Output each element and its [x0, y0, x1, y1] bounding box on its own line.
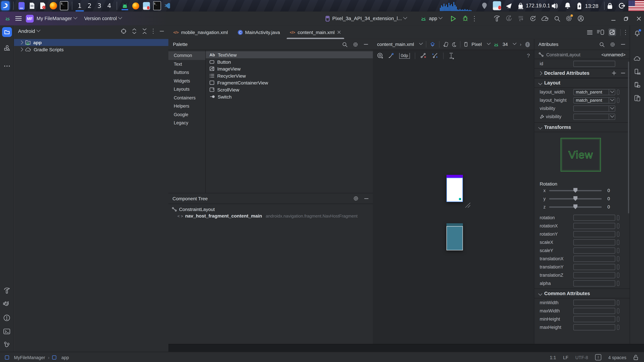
editor-mode-split-button[interactable]	[597, 29, 604, 35]
run-config-selector[interactable]: app	[421, 15, 442, 21]
palette-category-containers[interactable]: Containers	[168, 93, 205, 102]
issues-badge[interactable]: !	[525, 42, 530, 47]
attr-input-translationy[interactable]	[574, 264, 615, 270]
hide-panel-icon[interactable]	[159, 28, 164, 33]
project-view-selector[interactable]: Android	[18, 28, 35, 34]
breadcrumb-project[interactable]: MyFileManager	[14, 355, 45, 360]
logout-icon[interactable]	[618, 2, 625, 9]
align-pack-icon[interactable]	[448, 52, 454, 59]
gradle-toolwindow-button[interactable]	[630, 52, 644, 65]
search-everywhere-icon[interactable]	[554, 15, 560, 22]
attr-toggle[interactable]	[617, 240, 619, 245]
attr-toggle[interactable]	[617, 223, 619, 228]
problems-toolwindow-button[interactable]	[3, 314, 10, 322]
attr-input-id[interactable]	[574, 60, 615, 67]
launcher-editor[interactable]	[38, 1, 47, 10]
attributes-search-icon[interactable]	[599, 42, 604, 47]
attr-input-scaley[interactable]	[574, 247, 615, 254]
attr-toggle[interactable]	[617, 248, 619, 253]
rotation-y-slider[interactable]	[549, 198, 602, 199]
palette-category-common[interactable]: Common	[168, 51, 205, 60]
palette-category-widgets[interactable]: Widgets	[168, 77, 205, 85]
design-help-button[interactable]: ?	[527, 52, 530, 59]
attributes-settings-icon[interactable]	[610, 42, 615, 47]
notifications-icon[interactable]	[565, 2, 570, 9]
palette-category-google[interactable]: Google	[168, 110, 205, 119]
palette-item-scrollview[interactable]: ScrollView	[206, 86, 373, 93]
attributes-hide-icon[interactable]	[620, 42, 626, 47]
project-menu[interactable]: My FileManager	[36, 15, 77, 21]
palette-category-buttons[interactable]: Buttons	[168, 68, 205, 77]
attr-toggle[interactable]	[617, 256, 619, 261]
notifications-toolwindow-button[interactable]	[630, 27, 644, 39]
location-icon[interactable]	[482, 2, 487, 9]
chevron-down-icon[interactable]	[538, 81, 542, 85]
component-tree-hide-icon[interactable]	[364, 196, 369, 201]
rotation-z-slider[interactable]	[549, 206, 602, 207]
attr-toggle[interactable]	[617, 215, 619, 220]
vcs-menu[interactable]: Version control	[84, 15, 122, 21]
window-restore-button[interactable]	[624, 16, 629, 21]
more-run-actions-icon[interactable]	[474, 15, 476, 22]
attr-toggle[interactable]	[617, 97, 619, 103]
us-flag-icon[interactable]	[628, 0, 644, 11]
tab-close-icon[interactable]	[337, 30, 341, 34]
line-separator[interactable]: LF	[563, 355, 568, 360]
options-kebab-icon[interactable]	[152, 28, 154, 34]
gradle-sync-icon[interactable]	[541, 15, 549, 22]
attr-input-alpha[interactable]	[574, 280, 615, 286]
window-minimize-button[interactable]	[611, 16, 616, 21]
sync-disabled-icon[interactable]	[506, 15, 512, 22]
editor-options-kebab-icon[interactable]	[625, 29, 626, 35]
main-menu-icon[interactable]	[15, 16, 22, 21]
palette-item-fragmentcontainerview[interactable]: FragmentContainerView	[206, 79, 373, 86]
vcs-toolwindow-button[interactable]	[4, 342, 10, 349]
chevron-down-icon[interactable]	[538, 125, 542, 129]
palette-category-helpers[interactable]: Helpers	[168, 102, 205, 110]
debug-button[interactable]	[462, 15, 469, 22]
design-device-selector[interactable]: Pixel	[472, 42, 482, 47]
palette-search-icon[interactable]	[342, 42, 348, 47]
project-badge[interactable]: MF	[26, 14, 34, 22]
project-tree-item-gradle-scripts[interactable]: Gradle Scripts	[14, 46, 168, 53]
device-manager-toolwindow-button[interactable]	[630, 66, 644, 78]
attr-toggle[interactable]	[617, 308, 619, 313]
telegram-icon[interactable]	[506, 3, 512, 9]
common-attributes-header[interactable]: Common Attributes	[544, 291, 590, 296]
component-tree-item-navhost[interactable]: < > nav_host_fragment_content_main andro…	[168, 213, 373, 219]
chevron-down-icon[interactable]	[36, 28, 40, 32]
editor-mode-code-button[interactable]	[587, 30, 593, 35]
expand-all-icon[interactable]	[132, 28, 137, 34]
attr-input-maxwidth[interactable]	[574, 308, 615, 314]
preview-content[interactable]	[446, 178, 463, 202]
declared-attributes-header[interactable]: Declared Attributes	[544, 70, 590, 76]
attr-input-rotation[interactable]	[574, 215, 615, 221]
account-icon[interactable]	[578, 15, 584, 22]
palette-category-legacy[interactable]: Legacy	[168, 119, 205, 127]
attr-combo-layout-width[interactable]: match_parent	[574, 89, 615, 95]
blueprint-preview-phone[interactable]	[446, 223, 463, 250]
running-devices-toolwindow-button[interactable]	[630, 79, 644, 91]
lock-screen-icon[interactable]	[607, 2, 613, 9]
design-mode-icon[interactable]	[430, 41, 435, 47]
project-toolwindow-button[interactable]	[2, 27, 12, 37]
attr-toggle[interactable]	[617, 281, 619, 286]
palette-item-button[interactable]: Button	[206, 58, 373, 65]
emulator-toolwindow-button[interactable]	[630, 92, 644, 104]
device-icon[interactable]	[464, 41, 468, 47]
battery-icon[interactable]	[577, 2, 582, 9]
workspace-1[interactable]: 1	[75, 0, 85, 11]
attr-toggle[interactable]	[617, 264, 619, 270]
workspace-3[interactable]: 3	[94, 0, 104, 11]
file-encoding[interactable]: UTF-8	[576, 355, 588, 360]
attr-combo-visibility[interactable]	[574, 105, 615, 111]
inspection-widget[interactable]: !	[595, 354, 601, 360]
attr-input-rotationx[interactable]	[574, 223, 615, 229]
component-tree-settings-icon[interactable]	[353, 196, 358, 201]
attr-toggle[interactable]	[617, 316, 619, 322]
rotation-x-slider[interactable]	[549, 190, 602, 191]
device-selector[interactable]: Pixel_3a_API_34_extension_l...	[325, 15, 407, 22]
attr-input-maxheight[interactable]	[574, 324, 615, 330]
palette-hide-icon[interactable]	[364, 42, 368, 47]
remove-attribute-icon[interactable]	[620, 70, 626, 75]
